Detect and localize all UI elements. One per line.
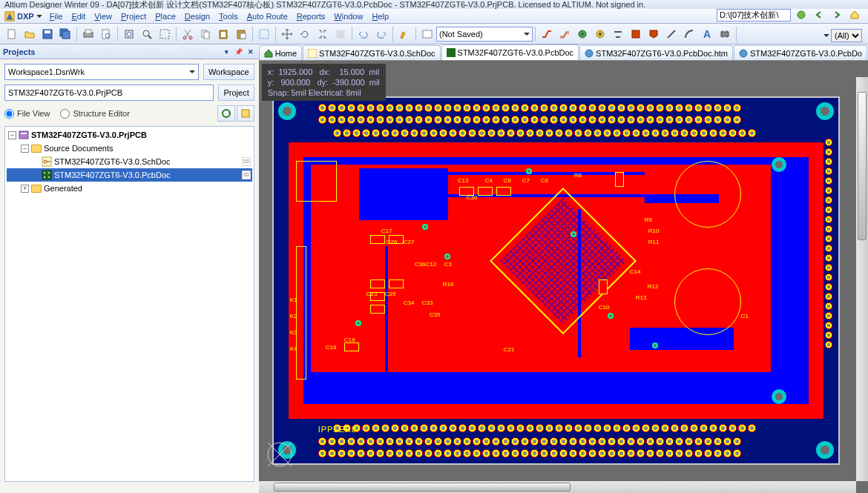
tree-generated[interactable]: + Generated — [7, 182, 252, 195]
browse-button[interactable] — [419, 26, 435, 42]
horizontal-scrollbar[interactable] — [259, 481, 856, 493]
menu-file[interactable]: File — [45, 10, 68, 22]
component-button[interactable] — [717, 26, 733, 42]
panel-pin-button[interactable]: 📌 — [234, 47, 244, 57]
path-input[interactable] — [717, 9, 791, 21]
options-button[interactable] — [237, 105, 254, 122]
path-go-button[interactable] — [793, 7, 809, 23]
snap-button[interactable] — [315, 26, 331, 42]
highlight-button[interactable] — [396, 26, 412, 42]
menu-window[interactable]: Window — [329, 10, 367, 22]
menu-view[interactable]: View — [90, 10, 116, 22]
tree-project-root[interactable]: − STM32F407ZGT6-V3.0.PrjPCB — [7, 128, 252, 142]
path-back-button[interactable] — [811, 7, 827, 23]
svg-rect-23 — [240, 33, 246, 39]
workspace-input[interactable]: Workspace1.DsnWrk — [4, 64, 199, 80]
svg-rect-40 — [19, 131, 28, 139]
line-button[interactable] — [663, 26, 680, 42]
zoom-fit-button[interactable] — [121, 26, 137, 42]
radio-structure[interactable]: Structure Editor — [60, 109, 129, 119]
menu-dxp[interactable]: DXP — [1, 11, 45, 21]
tree-sch-doc[interactable]: STM32F407ZGT6-V3.0.SchDoc — [7, 155, 252, 168]
open-button[interactable] — [22, 26, 38, 42]
grid-button[interactable] — [332, 26, 349, 42]
menu-tools[interactable]: Tools — [214, 10, 243, 22]
svg-point-52 — [48, 176, 50, 178]
diff-route-button[interactable] — [556, 26, 573, 42]
pcb-board[interactable]: IPPLER8 C13C30C4C6C7C8R8R9R10R11C17C26C2… — [274, 98, 838, 463]
html-icon — [739, 49, 748, 58]
svg-rect-4 — [45, 30, 50, 33]
zoom-area-button[interactable] — [139, 26, 155, 42]
radio-file-view[interactable]: File View — [4, 109, 50, 119]
menu-reports[interactable]: Reports — [292, 10, 330, 22]
string-button[interactable] — [610, 26, 626, 42]
arc-button[interactable] — [681, 26, 697, 42]
workspace-button[interactable]: Workspace — [203, 64, 254, 80]
panel-menu-button[interactable]: ▾ — [222, 47, 232, 57]
tab-pcbdoc2[interactable]: STM32F407ZGT6-V3.0.PcbDo — [734, 45, 867, 60]
rotate-button[interactable] — [297, 26, 313, 42]
menu-help[interactable]: Help — [367, 10, 393, 22]
path-bar — [717, 9, 864, 21]
new-doc-button[interactable] — [4, 26, 20, 42]
menu-autoroute[interactable]: Auto Route — [243, 10, 292, 22]
cut-button[interactable] — [180, 26, 196, 42]
menu-place[interactable]: Place — [151, 10, 180, 22]
project-input[interactable]: STM32F407ZGT6-V3.0.PrjPCB — [4, 85, 214, 101]
copy-button[interactable] — [197, 26, 214, 42]
print-preview-button[interactable] — [98, 26, 114, 42]
menu-design[interactable]: Design — [180, 10, 214, 22]
select-all-button[interactable] — [256, 26, 272, 42]
route-button[interactable] — [539, 26, 555, 42]
via-button[interactable] — [574, 26, 591, 42]
header-pads-bot — [318, 449, 741, 457]
redo-button[interactable] — [373, 26, 389, 42]
svg-rect-57 — [447, 48, 456, 57]
vertical-scrollbar[interactable] — [856, 77, 868, 481]
tab-home[interactable]: Home — [259, 45, 302, 60]
chevron-down-icon[interactable] — [823, 34, 829, 37]
paste-special-button[interactable] — [233, 26, 249, 42]
filter-select[interactable]: (All) — [831, 29, 862, 42]
path-fwd-button[interactable] — [829, 7, 845, 23]
undo-button[interactable] — [355, 26, 372, 42]
pcb-icon — [42, 170, 52, 180]
pcb-icon — [447, 48, 456, 57]
tab-htm[interactable]: STM32F407ZGT6-V3.0.PcbDoc.htm — [579, 45, 733, 60]
menu-project[interactable]: Project — [116, 10, 151, 22]
home-icon — [264, 49, 273, 58]
project-tree[interactable]: − STM32F407ZGT6-V3.0.PrjPCB − Source Doc… — [4, 126, 254, 482]
layer-select[interactable]: (Not Saved) — [436, 27, 533, 42]
tab-pcbdoc[interactable]: STM32F407ZGT6-V3.0.PcbDoc — [441, 44, 579, 60]
menu-edit[interactable]: Edit — [67, 10, 90, 22]
tab-schdoc[interactable]: STM32F407ZGT6-V3.0.SchDoc — [303, 45, 441, 60]
save-all-button[interactable] — [57, 26, 73, 42]
project-button[interactable]: Project — [218, 85, 254, 101]
header-pads-in1 — [333, 129, 756, 137]
text-button[interactable]: A — [699, 26, 715, 42]
svg-rect-6 — [62, 31, 70, 39]
cursor-status: x: 1925.000 dx: 15.000 mil y: 900.000 dy… — [262, 64, 386, 101]
save-button[interactable] — [39, 26, 56, 42]
header-pads-top — [318, 104, 741, 112]
print-button[interactable] — [80, 26, 96, 42]
panel-close-button[interactable]: ✕ — [246, 47, 256, 57]
svg-point-27 — [581, 33, 584, 36]
region-button[interactable] — [645, 26, 662, 42]
zoom-select-button[interactable] — [157, 26, 173, 42]
paste-button[interactable] — [215, 26, 231, 42]
tree-source-docs[interactable]: − Source Documents — [7, 142, 252, 155]
tree-pcb-doc[interactable]: STM32F407ZGT6-V3.0.PcbDoc — [7, 168, 252, 182]
pad-button[interactable] — [592, 26, 608, 42]
path-home-button[interactable] — [846, 7, 863, 23]
pcb-viewport[interactable]: x: 1925.000 dx: 15.000 mil y: 900.000 dy… — [259, 61, 868, 493]
fill-button[interactable] — [628, 26, 644, 42]
svg-point-50 — [48, 172, 50, 173]
svg-rect-48 — [42, 171, 51, 179]
panel-header: Projects ▾ 📌 ✕ — [0, 44, 259, 59]
refresh-button[interactable] — [217, 105, 235, 122]
svg-point-13 — [143, 30, 149, 36]
svg-point-17 — [189, 36, 192, 39]
move-button[interactable] — [279, 26, 295, 42]
